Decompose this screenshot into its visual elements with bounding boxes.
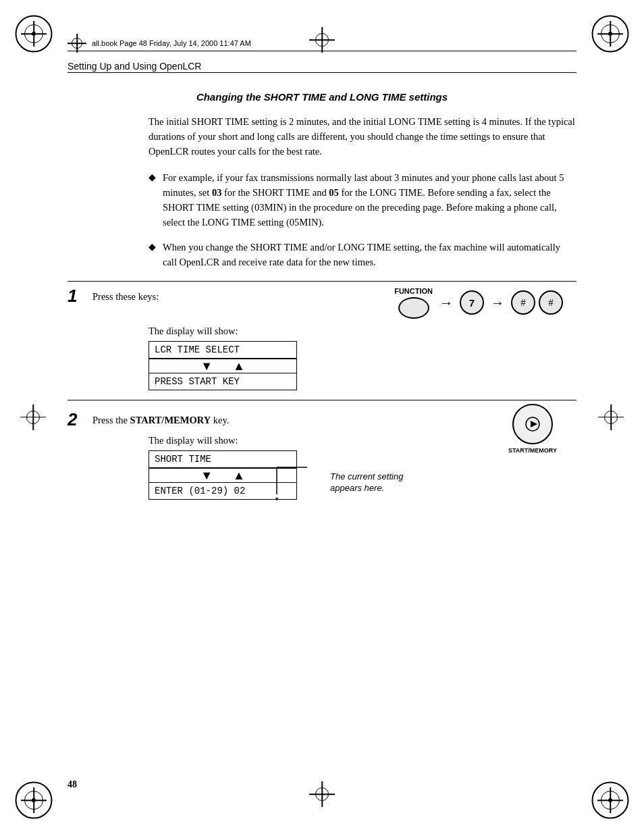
step1-lcd-top: LCR TIME SELECT: [149, 342, 296, 359]
step1-lcd: LCR TIME SELECT ▼ ▲ PRESS START KEY: [149, 341, 297, 390]
bullet-diamond-1: ◆: [149, 172, 156, 183]
callout-group: The current setting appears here.: [273, 464, 403, 501]
callout-line2: appears here.: [330, 483, 384, 493]
step1-lcd-bottom: PRESS START KEY: [149, 373, 296, 390]
callout-line1: The current setting: [330, 471, 403, 481]
step2-key-area: START/MEMORY: [489, 404, 576, 454]
step1-display-label: The display will show:: [149, 325, 576, 337]
step2-instr-bold: START/MEMORY: [130, 415, 211, 425]
start-key-label: START/MEMORY: [508, 447, 557, 454]
lcd-up-arrow: ▲: [233, 360, 245, 372]
bullet1-text2: for the SHORT TIME and: [221, 187, 329, 198]
svg-marker-4: [531, 421, 537, 427]
intro-paragraph: The initial SHORT TIME setting is 2 minu…: [149, 115, 576, 159]
bullet-text-1: For example, if your fax transmissions n…: [163, 171, 576, 230]
step2-instr-start: Press the: [92, 415, 130, 425]
callout-arrow: [273, 464, 327, 501]
step1-instruction: Press these keys:: [92, 287, 381, 305]
lcd-down-arrow: ▼: [200, 360, 213, 372]
top-center-mark: [309, 27, 335, 53]
bullet-diamond-2: ◆: [149, 241, 156, 253]
step2-number: 2: [68, 411, 89, 428]
step1-display-area: The display will show: LCR TIME SELECT ▼…: [149, 325, 576, 390]
section-title: Changing the SHORT TIME and LONG TIME se…: [68, 91, 576, 103]
step2-instr-end: key.: [211, 415, 229, 425]
page-number: 48: [68, 779, 77, 790]
step2-row: 2 Press the START/MEMORY key. The displa…: [68, 411, 576, 500]
bullet-text-2: When you change the SHORT TIME and/or LO…: [163, 240, 576, 270]
right-center-mark: [598, 405, 624, 430]
start-key-symbol: [525, 416, 541, 432]
header-rule-bottom: [68, 72, 576, 73]
header-filename: all.book Page 48 Friday, July 14, 2000 1…: [92, 39, 251, 47]
main-content: The initial SHORT TIME setting is 2 minu…: [68, 115, 576, 500]
start-memory-key: [512, 404, 553, 444]
bullet1-bold2: 05: [329, 187, 339, 198]
page-header-text: Setting Up and Using OpenLCR: [68, 61, 201, 72]
step2-display-area: The display will show: SHORT TIME ▼ ▲ EN…: [149, 435, 489, 500]
step1-divider-top: [68, 281, 576, 282]
key-hash-1: #: [511, 290, 535, 315]
step2-lcd-container: SHORT TIME ▼ ▲ ENTER (01-29) 02: [149, 450, 489, 500]
svg-marker-2: [275, 498, 278, 501]
function-label: FUNCTION: [394, 287, 433, 295]
function-key-oval: [398, 297, 429, 319]
step2-section: 2 Press the START/MEMORY key. The displa…: [68, 411, 576, 500]
arrow-2: →: [491, 295, 504, 311]
corner-mark-tl: [10, 10, 57, 57]
hash-keys: # #: [511, 290, 563, 315]
step2-instruction: Press the START/MEMORY key.: [92, 411, 489, 428]
key-7: 7: [460, 290, 484, 315]
bullet-list: ◆ For example, if your fax transmissions…: [149, 171, 576, 270]
bullet1-bold1: 03: [212, 187, 222, 198]
bullet-item-2: ◆ When you change the SHORT TIME and/or …: [149, 240, 576, 270]
step1-section: 1 Press these keys: FUNCTION → 7 → # # T…: [68, 287, 576, 390]
arrow-1: →: [439, 295, 453, 311]
bullet-item-1: ◆ For example, if your fax transmissions…: [149, 171, 576, 230]
step1-number: 1: [68, 287, 89, 305]
step2-divider-top: [68, 400, 576, 400]
step2-lcd-down-arrow: ▼: [200, 469, 213, 481]
corner-mark-br: [587, 777, 634, 824]
callout-note: The current setting appears here.: [330, 471, 403, 494]
step2-left: 2 Press the START/MEMORY key. The displa…: [68, 411, 489, 500]
step2-lcd-up-arrow: ▲: [233, 469, 245, 481]
step2-display-label: The display will show:: [149, 435, 489, 446]
left-center-mark: [20, 405, 46, 430]
corner-mark-tr: [587, 10, 634, 57]
corner-mark-bl: [10, 777, 57, 824]
bottom-center-mark: [309, 781, 335, 807]
function-key-group: FUNCTION: [394, 287, 433, 319]
key-hash-2: #: [539, 290, 563, 315]
